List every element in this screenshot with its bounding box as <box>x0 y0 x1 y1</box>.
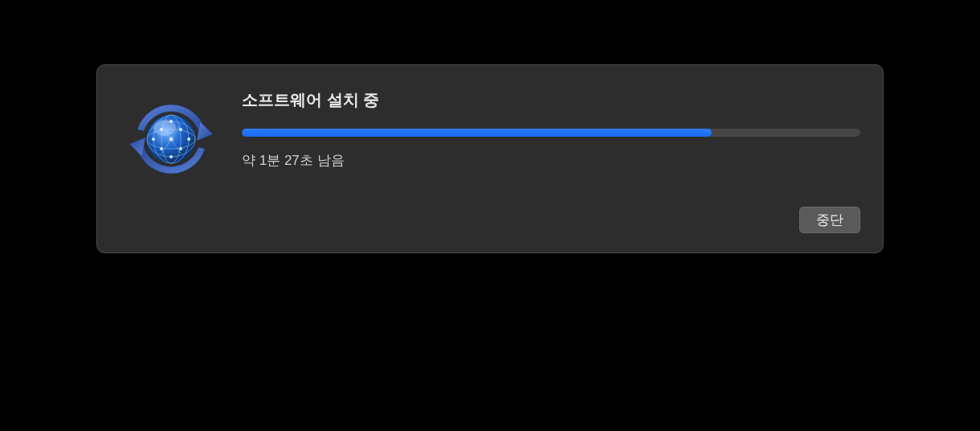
progress-fill <box>242 129 712 137</box>
stop-button[interactable]: 중단 <box>799 207 860 233</box>
svg-point-14 <box>152 138 155 141</box>
dialog-content: 소프트웨어 설치 중 약 1분 27초 남음 <box>120 86 860 187</box>
svg-point-9 <box>179 128 182 131</box>
svg-point-13 <box>169 155 173 158</box>
button-row: 중단 <box>120 207 860 233</box>
dialog-title: 소프트웨어 설치 중 <box>242 89 860 111</box>
dialog-main: 소프트웨어 설치 중 약 1분 27초 남음 <box>242 86 860 170</box>
svg-point-7 <box>169 138 174 142</box>
svg-point-16 <box>153 120 176 136</box>
time-remaining-label: 약 1분 27초 남음 <box>242 151 860 170</box>
install-dialog: 소프트웨어 설치 중 약 1분 27초 남음 중단 <box>96 64 884 253</box>
svg-point-11 <box>179 147 182 150</box>
progress-bar <box>242 129 860 137</box>
software-update-icon <box>123 91 219 187</box>
svg-point-10 <box>160 147 163 150</box>
svg-point-15 <box>187 138 190 141</box>
